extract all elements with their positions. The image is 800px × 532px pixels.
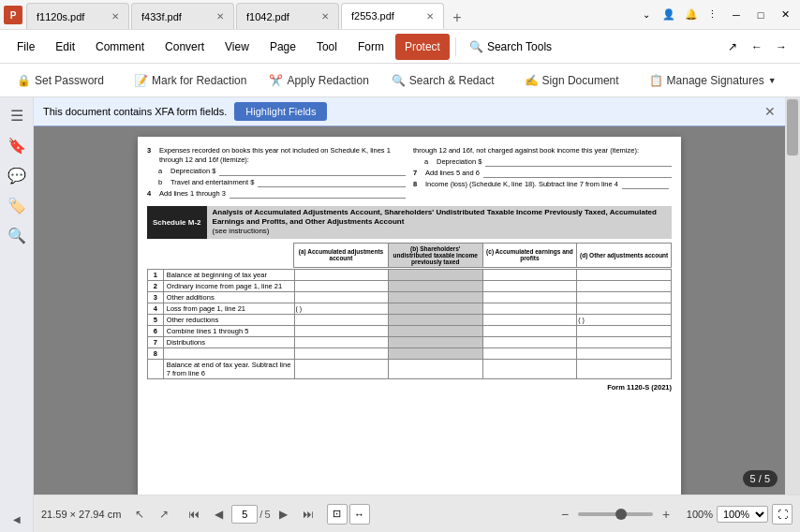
fit-width-button[interactable]: ↔ xyxy=(349,504,370,525)
page-number-input[interactable] xyxy=(231,505,258,524)
sidebar-search-icon[interactable]: 🔍 xyxy=(3,221,31,249)
cell-a-parens[interactable]: ( ) xyxy=(294,303,389,314)
pdf-scroll-area[interactable]: 3 Expenses recorded on books this year n… xyxy=(34,127,785,495)
vertical-scrollbar[interactable] xyxy=(785,97,800,495)
cell-c[interactable] xyxy=(482,347,577,359)
menu-tool[interactable]: Tool xyxy=(307,34,347,60)
profile-icon[interactable]: 👤 xyxy=(658,4,680,26)
cell-a[interactable] xyxy=(294,325,389,336)
zoom-slider-thumb[interactable] xyxy=(615,509,627,520)
cell-a[interactable] xyxy=(294,314,389,325)
tab-overflow-button[interactable]: ⌄ xyxy=(637,6,656,24)
new-tab-button[interactable]: + xyxy=(446,7,468,29)
page-badge: 5 / 5 xyxy=(743,470,778,487)
zoom-out-button[interactable]: − xyxy=(556,505,574,524)
cell-d[interactable] xyxy=(577,347,672,359)
maximize-button[interactable]: □ xyxy=(749,4,772,26)
depreciation-field-left[interactable] xyxy=(219,167,406,176)
income-loss-field[interactable] xyxy=(622,180,669,189)
first-page-button[interactable]: ⏮ xyxy=(183,503,205,525)
search-redact-button[interactable]: 🔍 Search & Redact xyxy=(382,67,504,94)
xfa-close-button[interactable]: ✕ xyxy=(764,104,776,119)
cell-c[interactable] xyxy=(482,303,577,314)
zoom-slider[interactable] xyxy=(578,512,653,516)
last-page-button[interactable]: ⏭ xyxy=(297,503,319,525)
cell-d[interactable] xyxy=(577,291,672,303)
cell-a[interactable] xyxy=(294,359,389,378)
sidebar-tag-icon[interactable]: 🏷️ xyxy=(3,191,31,219)
cursor-tool-button[interactable]: ↖ xyxy=(128,503,151,525)
cell-d[interactable] xyxy=(577,269,672,280)
mark-for-redaction-button[interactable]: 📝 Mark for Redaction xyxy=(125,67,256,94)
notification-icon[interactable]: 🔔 xyxy=(680,4,703,26)
tab-f433f[interactable]: f433f.pdf ✕ xyxy=(131,3,234,29)
cell-d[interactable] xyxy=(577,336,672,347)
sidebar: ☰ 🔖 💬 🏷️ 🔍 ◀ xyxy=(0,97,34,532)
depreciation-field-right[interactable] xyxy=(485,157,672,167)
cell-c[interactable] xyxy=(482,314,577,325)
add-5-6-field[interactable] xyxy=(483,169,672,178)
cell-d[interactable] xyxy=(577,325,672,336)
menu-edit[interactable]: Edit xyxy=(46,34,84,60)
menu-view[interactable]: View xyxy=(215,34,259,60)
cell-c[interactable] xyxy=(482,336,577,347)
sidebar-thumbnail-icon[interactable]: ☰ xyxy=(3,101,31,129)
menu-comment[interactable]: Comment xyxy=(86,34,154,60)
tab-close[interactable]: ✕ xyxy=(321,11,329,22)
apply-redaction-button[interactable]: ✂️ Apply Redaction xyxy=(259,67,378,94)
tab-close[interactable]: ✕ xyxy=(216,11,224,22)
external-link-icon[interactable]: ↗ xyxy=(721,36,744,58)
next-page-button[interactable]: ▶ xyxy=(273,503,295,525)
sidebar-collapse-button[interactable]: ◀ xyxy=(9,510,24,528)
search-tools-button[interactable]: 🔍 Search Tools xyxy=(462,37,559,57)
more-options-icon[interactable]: ⋮ xyxy=(703,6,721,24)
line-3-text: Expenses recorded on books this year not… xyxy=(156,146,406,165)
menu-form[interactable]: Form xyxy=(348,34,393,60)
close-button[interactable]: ✕ xyxy=(774,4,796,26)
cell-c[interactable] xyxy=(482,359,577,378)
travel-field[interactable] xyxy=(258,178,406,187)
cell-b xyxy=(389,314,483,325)
cell-a[interactable] xyxy=(294,280,389,291)
cell-a[interactable] xyxy=(294,269,389,280)
menu-convert[interactable]: Convert xyxy=(156,34,214,60)
tab-close[interactable]: ✕ xyxy=(111,11,119,22)
sidebar-comment-icon[interactable]: 💬 xyxy=(3,161,31,189)
tab-close-active[interactable]: ✕ xyxy=(426,11,434,22)
cell-a[interactable] xyxy=(294,336,389,347)
tab-f2553[interactable]: f2553.pdf ✕ xyxy=(341,3,444,29)
sidebar-bookmark-icon[interactable]: 🔖 xyxy=(3,131,31,159)
fit-page-button[interactable]: ⊡ xyxy=(327,504,348,525)
manage-signatures-button[interactable]: 📋 Manage Signatures ▼ xyxy=(640,67,786,94)
cell-c[interactable] xyxy=(482,291,577,303)
sign-document-button[interactable]: ✍️ Sign Document xyxy=(515,67,629,94)
tab-f1120s[interactable]: f1120s.pdf ✕ xyxy=(26,3,129,29)
prev-page-button[interactable]: ◀ xyxy=(207,503,230,525)
cell-d[interactable] xyxy=(577,359,672,378)
forward-icon[interactable]: → xyxy=(770,36,793,58)
tab-f1042[interactable]: f1042.pdf ✕ xyxy=(236,3,339,29)
menu-protect[interactable]: Protect xyxy=(395,34,450,60)
menu-page[interactable]: Page xyxy=(260,34,305,60)
select-tool-button[interactable]: ↗ xyxy=(153,503,175,525)
cell-b[interactable] xyxy=(389,359,483,378)
minimize-button[interactable]: ─ xyxy=(725,4,748,26)
add-lines-field[interactable] xyxy=(230,189,406,199)
cell-d[interactable] xyxy=(577,303,672,314)
cell-a[interactable] xyxy=(294,347,389,359)
cell-c[interactable] xyxy=(482,280,577,291)
cell-a[interactable] xyxy=(294,291,389,303)
cell-c[interactable] xyxy=(482,325,577,336)
zoom-select[interactable]: 100% 75% 150% xyxy=(717,506,768,523)
menu-file[interactable]: File xyxy=(7,34,44,60)
cell-d[interactable] xyxy=(577,280,672,291)
cell-c[interactable] xyxy=(482,269,577,280)
fullscreen-button[interactable]: ⛶ xyxy=(772,504,793,525)
back-icon[interactable]: ← xyxy=(746,36,768,58)
scrollbar-thumb[interactable] xyxy=(787,99,798,155)
highlight-fields-button[interactable]: Highlight Fields xyxy=(234,102,327,121)
set-password-button[interactable]: 🔒 Set Password xyxy=(7,67,113,94)
cell-d-parens[interactable]: ( ) xyxy=(577,314,672,325)
zoom-in-button[interactable]: + xyxy=(657,505,675,524)
electronic-button[interactable]: ⚡ Electro... xyxy=(797,67,800,94)
